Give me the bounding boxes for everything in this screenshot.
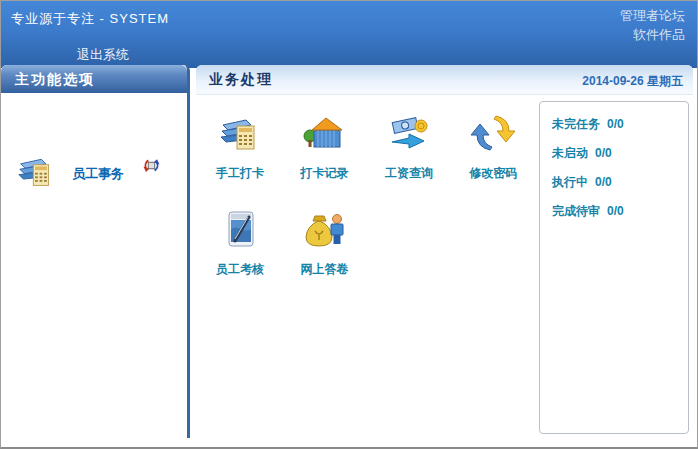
top-banner: 专业源于专注 - SYSTEM 管理者论坛 软件作品 退出系统	[1, 1, 697, 68]
forum-link[interactable]: 管理者论坛	[620, 7, 685, 25]
status-item-unfinished[interactable]: 未完任务0/0	[540, 108, 688, 137]
module-salary-query[interactable]: 工资查询	[369, 107, 449, 203]
status-value: 0/0	[607, 204, 624, 218]
sidebar: 主功能选项 员工事务	[1, 65, 190, 438]
module-manual-punch[interactable]: 手工打卡	[200, 107, 280, 203]
sidebar-item-label: 员工事务	[72, 165, 124, 183]
books-calculator-icon	[16, 153, 56, 193]
status-label: 未启动	[552, 146, 588, 160]
swap-arrows-icon	[471, 113, 515, 153]
module-punch-records[interactable]: 打卡记录	[284, 107, 364, 203]
salary-search-icon	[387, 113, 431, 153]
status-label: 完成待审	[552, 204, 600, 218]
app-title: 专业源于专注 - SYSTEM	[11, 10, 169, 28]
module-employee-assessment[interactable]: 员工考核	[200, 203, 280, 299]
house-icon	[302, 113, 346, 153]
task-status-panel: 未完任务0/0 未启动0/0 执行中0/0 完成待审0/0	[539, 101, 689, 434]
main-panel-title: 业务处理	[209, 71, 273, 89]
module-label: 员工考核	[216, 262, 264, 276]
status-item-not-started[interactable]: 未启动0/0	[540, 137, 688, 166]
logout-button[interactable]: 退出系统	[77, 46, 129, 64]
main-panel: 业务处理 2014-09-26 星期五	[196, 65, 693, 439]
refresh-icon[interactable]	[143, 157, 160, 174]
sidebar-title: 主功能选项	[1, 65, 187, 93]
module-label: 修改密码	[469, 166, 517, 180]
app-window: 专业源于专注 - SYSTEM 管理者论坛 软件作品 退出系统 主功能选项	[0, 0, 698, 449]
module-label: 手工打卡	[216, 166, 264, 180]
moneybag-person-icon	[302, 209, 346, 249]
tablet-pen-icon	[218, 209, 262, 249]
module-online-questionnaire[interactable]: 网上答卷	[284, 203, 364, 299]
module-change-password[interactable]: 修改密码	[453, 107, 533, 203]
status-value: 0/0	[595, 175, 612, 189]
main-panel-header: 业务处理 2014-09-26 星期五	[196, 65, 693, 95]
current-date: 2014-09-26 星期五	[582, 73, 683, 90]
module-grid: 手工打卡 打卡记录	[200, 107, 536, 299]
status-label: 未完任务	[552, 117, 600, 131]
status-label: 执行中	[552, 175, 588, 189]
status-value: 0/0	[595, 146, 612, 160]
status-value: 0/0	[607, 117, 624, 131]
status-item-in-progress[interactable]: 执行中0/0	[540, 166, 688, 195]
sidebar-item-employee-affairs[interactable]: 员工事务	[1, 153, 187, 197]
punch-card-icon	[218, 113, 262, 153]
works-link[interactable]: 软件作品	[633, 26, 685, 44]
module-label: 网上答卷	[300, 262, 348, 276]
status-item-pending-review[interactable]: 完成待审0/0	[540, 195, 688, 224]
module-label: 工资查询	[385, 166, 433, 180]
module-label: 打卡记录	[300, 166, 348, 180]
